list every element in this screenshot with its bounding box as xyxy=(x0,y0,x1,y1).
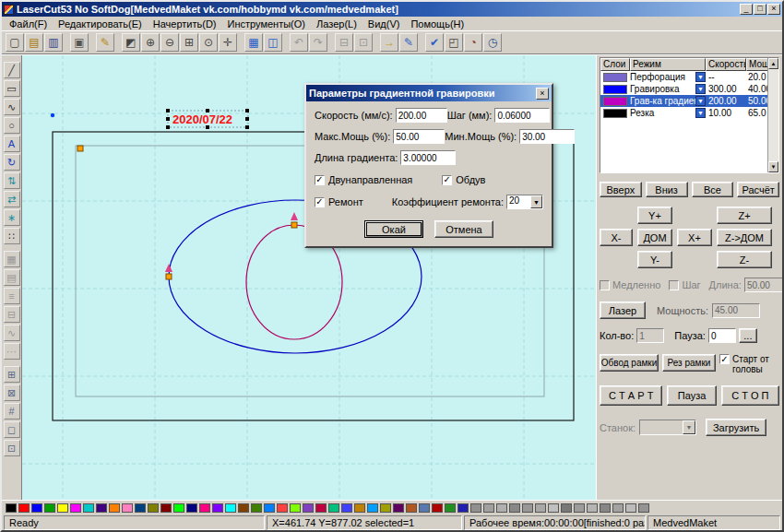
node-handle[interactable] xyxy=(291,222,297,228)
layer-color-swatch[interactable] xyxy=(603,109,627,118)
palette-color-47[interactable] xyxy=(600,503,611,513)
save-icon[interactable]: ▥ xyxy=(44,33,63,52)
pan-icon[interactable]: ✛ xyxy=(219,33,237,52)
layer-mode-value[interactable]: Грав-ка градиент xyxy=(630,96,695,106)
layer-mode-value[interactable]: Перфорация xyxy=(630,72,695,82)
palette-color-7[interactable] xyxy=(83,503,94,513)
close-button[interactable]: × xyxy=(767,4,780,15)
smooth-icon[interactable]: ∿ xyxy=(4,325,20,341)
palette-color-18[interactable] xyxy=(225,503,236,513)
palette-color-15[interactable] xyxy=(186,503,197,513)
hatch-icon[interactable]: ▤ xyxy=(4,269,20,286)
layer-up-button[interactable]: Вверх xyxy=(600,182,642,197)
move-icon[interactable]: → xyxy=(380,33,398,52)
zoom-in-icon[interactable]: ⊕ xyxy=(141,33,160,52)
layer-mode-value[interactable]: Резка xyxy=(630,108,695,118)
layer-mode-dropdown-icon[interactable]: ▼ xyxy=(695,72,706,82)
palette-color-10[interactable] xyxy=(122,503,133,513)
palette-color-36[interactable] xyxy=(457,503,469,513)
calc-button[interactable]: Расчёт xyxy=(737,182,779,197)
jog-z-plus-button[interactable]: Z+ xyxy=(717,207,772,224)
draw-text-icon[interactable]: A xyxy=(4,136,20,152)
combo-dropdown-icon[interactable]: ▼ xyxy=(683,420,695,434)
palette-color-24[interactable] xyxy=(303,503,314,513)
layer-mode-dropdown-icon[interactable]: ▼ xyxy=(695,108,706,118)
minimize-button[interactable]: _ xyxy=(740,4,753,15)
hash-grid-icon[interactable]: # xyxy=(4,403,20,420)
preview-icon[interactable]: ◰ xyxy=(445,33,463,52)
align-vertical-icon[interactable]: ⊡ xyxy=(354,33,373,52)
palette-color-38[interactable] xyxy=(483,503,494,513)
pause-button[interactable]: Пауза xyxy=(667,385,716,406)
contour-lines-icon[interactable]: ≡ xyxy=(4,288,20,304)
palette-color-11[interactable] xyxy=(135,503,146,513)
layer-row[interactable]: Гравировка▼300.0040.00 xyxy=(600,83,778,95)
palette-color-49[interactable] xyxy=(625,503,636,513)
blue-node-dot[interactable] xyxy=(51,113,54,117)
palette-color-46[interactable] xyxy=(587,503,598,513)
step-checkbox[interactable] xyxy=(669,280,679,290)
rotate-icon[interactable]: ↻ xyxy=(4,154,20,171)
palette-color-4[interactable] xyxy=(44,503,55,513)
palette-color-20[interactable] xyxy=(251,503,262,513)
palette-color-6[interactable] xyxy=(70,503,81,513)
node-handle[interactable] xyxy=(166,274,172,279)
select-dropdown-icon[interactable]: ▼ xyxy=(530,195,542,208)
redo-icon[interactable]: ↷ xyxy=(309,33,327,52)
outline-icon[interactable]: ◻ xyxy=(4,421,20,438)
jog-x-minus-button[interactable]: X- xyxy=(600,229,633,246)
menu-item-5[interactable]: Лазер(L) xyxy=(311,18,362,30)
laser-button[interactable]: Лазер xyxy=(600,301,646,319)
palette-color-29[interactable] xyxy=(367,503,378,513)
jog-z-minus-button[interactable]: Z- xyxy=(717,251,772,268)
palette-color-34[interactable] xyxy=(432,503,443,513)
open-icon[interactable]: ▤ xyxy=(25,33,43,52)
menu-item-2[interactable]: Редактировать(E) xyxy=(53,18,148,30)
repair-checkbox[interactable] xyxy=(315,197,325,207)
scale-icon[interactable]: ∗ xyxy=(4,209,20,226)
power-input[interactable] xyxy=(712,303,760,318)
layers-scrollbar[interactable]: ▲ ▼ xyxy=(767,58,778,172)
print-icon[interactable]: ▣ xyxy=(70,33,89,52)
zoom-out-icon[interactable]: ⊖ xyxy=(160,33,179,52)
palette-color-9[interactable] xyxy=(109,503,120,513)
palette-color-19[interactable] xyxy=(238,503,249,513)
palette-color-31[interactable] xyxy=(393,503,404,513)
gauge-icon[interactable]: ◔ xyxy=(464,33,482,52)
align-horizontal-icon[interactable]: ⊟ xyxy=(335,33,353,52)
max-power-input[interactable] xyxy=(393,129,445,144)
mirror-vertical-icon[interactable]: ⇅ xyxy=(4,172,20,189)
palette-color-43[interactable] xyxy=(548,503,559,513)
palette-color-21[interactable] xyxy=(264,503,275,513)
layer-row[interactable]: Перфорация▼--20.0 xyxy=(600,71,778,83)
speed-input[interactable] xyxy=(396,108,447,123)
blow-checkbox[interactable] xyxy=(442,175,452,185)
min-power-input[interactable] xyxy=(519,129,575,144)
scroll-up-icon[interactable]: ▲ xyxy=(768,58,778,69)
palette-color-8[interactable] xyxy=(96,503,107,513)
dialog-close-button[interactable]: × xyxy=(536,88,549,100)
draw-rect-icon[interactable]: ▭ xyxy=(4,80,20,97)
count-input[interactable] xyxy=(636,328,664,343)
zoom-all-icon[interactable]: ⊙ xyxy=(199,33,218,52)
repair-coeff-select[interactable]: 20 ▼ xyxy=(506,195,543,209)
grid-icon[interactable]: ▦ xyxy=(244,33,263,52)
slow-checkbox[interactable] xyxy=(600,280,610,290)
palette-color-48[interactable] xyxy=(612,503,624,513)
date-text[interactable]: 2020/07/22 xyxy=(172,112,232,126)
palette-color-28[interactable] xyxy=(354,503,365,513)
snap-icon[interactable]: ◫ xyxy=(264,33,282,52)
layer-mode-value[interactable]: Гравировка xyxy=(630,84,695,94)
machine-select[interactable]: ▼ xyxy=(639,420,696,435)
frame-outline-button[interactable]: Обвод рамки xyxy=(600,354,659,372)
palette-color-12[interactable] xyxy=(148,503,159,513)
bidirectional-checkbox[interactable] xyxy=(315,175,325,185)
cancel-button[interactable]: Отмена xyxy=(434,220,493,238)
palette-color-42[interactable] xyxy=(535,503,546,513)
palette-color-1[interactable] xyxy=(6,503,17,513)
layer-color-swatch[interactable] xyxy=(603,97,627,106)
palette-color-3[interactable] xyxy=(31,503,42,513)
undo-icon[interactable]: ↶ xyxy=(290,33,308,52)
palette-color-50[interactable] xyxy=(638,503,649,513)
start-button[interactable]: С Т А Р Т xyxy=(600,385,662,406)
